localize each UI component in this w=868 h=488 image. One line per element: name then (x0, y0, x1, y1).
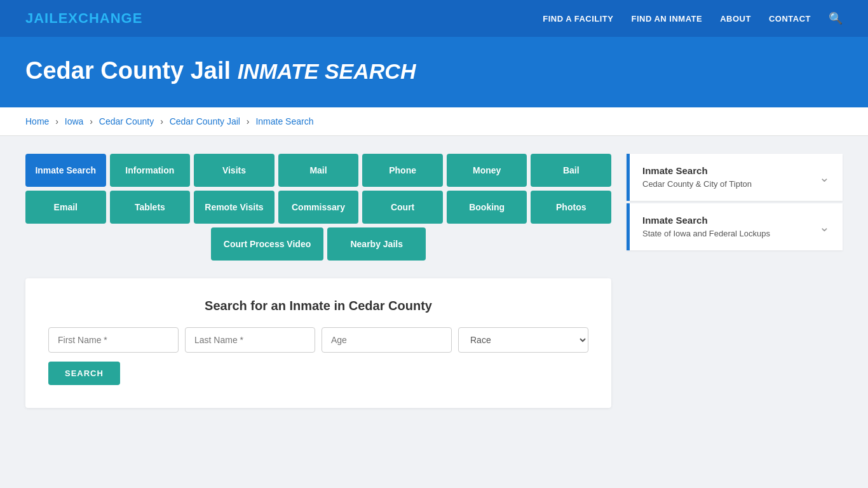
search-form-title: Search for an Inmate in Cedar County (48, 299, 588, 313)
sidebar-card-2-subtitle: State of Iowa and Federal Lockups (642, 229, 770, 238)
age-input[interactable] (322, 327, 452, 353)
tabs-section: Inmate Search Information Visits Mail Ph… (25, 154, 611, 261)
sidebar-card-2-title: Inmate Search (642, 215, 770, 226)
tab-photos[interactable]: Photos (531, 191, 611, 224)
tabs-row-1: Inmate Search Information Visits Mail Ph… (25, 154, 611, 187)
tab-bail[interactable]: Bail (531, 154, 611, 187)
hero-section: Cedar County Jail INMATE SEARCH (0, 37, 868, 107)
nav-links: FIND A FACILITY FIND AN INMATE ABOUT CON… (543, 11, 843, 25)
nav-find-facility[interactable]: FIND A FACILITY (543, 14, 613, 24)
breadcrumb-cedar-county[interactable]: Cedar County (99, 116, 154, 126)
race-select[interactable]: Race White Black Hispanic Asian Other (458, 327, 588, 353)
tab-court-process-video[interactable]: Court Process Video (211, 227, 323, 261)
tab-court[interactable]: Court (362, 191, 443, 224)
form-name-row: Race White Black Hispanic Asian Other (48, 327, 588, 353)
first-name-input[interactable] (48, 327, 179, 353)
tab-commissary[interactable]: Commissary (278, 191, 359, 224)
main-nav: JAILEXCHANGE FIND A FACILITY FIND AN INM… (0, 0, 868, 37)
site-logo[interactable]: JAILEXCHANGE (25, 10, 142, 27)
search-icon[interactable]: 🔍 (829, 11, 843, 25)
tab-information[interactable]: Information (110, 154, 191, 187)
tab-money[interactable]: Money (447, 154, 527, 187)
tab-inmate-search[interactable]: Inmate Search (25, 154, 106, 187)
right-sidebar: Inmate Search Cedar County & City of Tip… (627, 154, 843, 253)
nav-about[interactable]: ABOUT (720, 14, 751, 24)
logo-exchange: EXCHANGE (58, 10, 143, 26)
breadcrumb-iowa[interactable]: Iowa (65, 116, 84, 126)
breadcrumb-home[interactable]: Home (25, 116, 49, 126)
tabs-row-3: Court Process Video Nearby Jails (25, 227, 611, 261)
tab-mail[interactable]: Mail (278, 154, 359, 187)
tab-visits[interactable]: Visits (194, 154, 275, 187)
nav-find-inmate[interactable]: FIND AN INMATE (631, 14, 702, 24)
sidebar-card-1[interactable]: Inmate Search Cedar County & City of Tip… (627, 154, 843, 201)
tab-nearby-jails[interactable]: Nearby Jails (327, 227, 426, 261)
tab-remote-visits[interactable]: Remote Visits (194, 191, 275, 224)
tabs-row-2: Email Tablets Remote Visits Commissary C… (25, 191, 611, 224)
chevron-down-icon: ⌄ (819, 170, 830, 185)
nav-contact[interactable]: CONTACT (769, 14, 811, 24)
logo-jail: JAIL (25, 10, 58, 26)
sidebar-card-1-subtitle: Cedar County & City of Tipton (642, 179, 752, 189)
breadcrumb-cedar-county-jail[interactable]: Cedar County Jail (170, 116, 240, 126)
search-form-container: Search for an Inmate in Cedar County Rac… (25, 278, 611, 408)
breadcrumb-inmate-search[interactable]: Inmate Search (255, 116, 313, 126)
search-button[interactable]: SEARCH (48, 362, 120, 385)
tab-tablets[interactable]: Tablets (110, 191, 191, 224)
tab-email[interactable]: Email (25, 191, 106, 224)
breadcrumb: Home › Iowa › Cedar County › Cedar Count… (0, 107, 868, 136)
sidebar-card-2[interactable]: Inmate Search State of Iowa and Federal … (627, 203, 843, 250)
tab-booking[interactable]: Booking (447, 191, 527, 224)
last-name-input[interactable] (185, 327, 315, 353)
main-content: Inmate Search Information Visits Mail Ph… (0, 136, 868, 426)
tab-phone[interactable]: Phone (362, 154, 443, 187)
page-title: Cedar County Jail INMATE SEARCH (25, 57, 843, 85)
chevron-down-icon-2: ⌄ (819, 219, 830, 234)
sidebar-card-1-title: Inmate Search (642, 165, 752, 176)
left-column: Inmate Search Information Visits Mail Ph… (25, 154, 611, 408)
